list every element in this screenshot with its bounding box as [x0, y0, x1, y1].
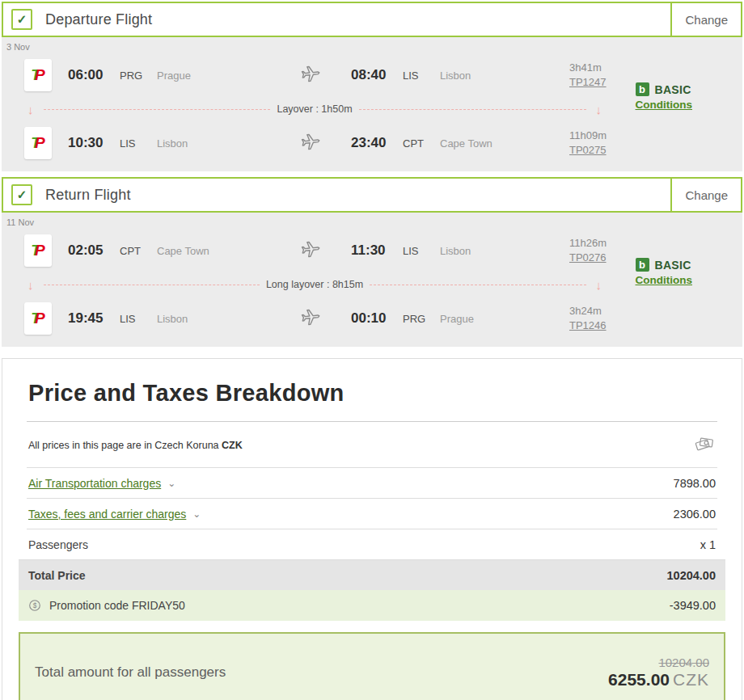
- plane-icon: [286, 63, 335, 87]
- return-leg2-origin: 19:45 LIS Lisbon: [68, 310, 286, 327]
- return-leg1-destination: 11:30 LIS Lisbon: [351, 242, 569, 259]
- taxes-fees-charges-link[interactable]: Taxes, fees and carrier charges: [28, 508, 186, 521]
- tap-airline-logo: TP: [24, 234, 52, 267]
- flight-number-link[interactable]: TP1246: [569, 318, 658, 333]
- departure-body: 3 Nov TP 06:00 PRG Prague 08:40 LIS Lisb…: [2, 37, 742, 171]
- dep-city: Cape Town: [157, 245, 209, 257]
- arr-airport-code: LIS: [403, 245, 440, 257]
- tap-airline-logo: TP: [24, 127, 52, 159]
- dashed-line: [359, 109, 586, 110]
- flight-number-link[interactable]: TP0275: [569, 143, 658, 158]
- fare-name: BASIC: [655, 259, 691, 272]
- price-row-passengers: Passengers x 1: [27, 529, 717, 559]
- passengers-count: x 1: [700, 538, 716, 551]
- dashed-line: [44, 285, 260, 285]
- fare-conditions-link[interactable]: Conditions: [636, 274, 693, 286]
- return-checkbox[interactable]: ✓: [11, 184, 32, 205]
- down-arrow-icon: ↓: [593, 278, 606, 292]
- dep-time: 19:45: [68, 310, 115, 327]
- dep-airport-code: LIS: [120, 137, 157, 150]
- return-change-button[interactable]: Change: [670, 179, 741, 211]
- arr-city: Prague: [440, 313, 474, 325]
- arr-airport-code: PRG: [403, 313, 440, 325]
- arr-city: Cape Town: [440, 137, 492, 150]
- flight-duration: 3h41m: [569, 61, 658, 75]
- departure-leg2-origin: 10:30 LIS Lisbon: [68, 135, 286, 151]
- discount-coin-icon: $: [28, 599, 41, 612]
- plane-icon: [286, 131, 335, 155]
- down-arrow-icon: ↓: [593, 103, 606, 116]
- total-price-value: 10204.00: [667, 569, 716, 582]
- air-transport-value: 7898.00: [674, 477, 716, 490]
- dep-time: 02:05: [68, 242, 115, 259]
- down-arrow-icon: ↓: [24, 278, 37, 292]
- price-breakdown-card: Price and Taxes Breakdown All prices in …: [2, 358, 742, 700]
- departure-leg1-origin: 06:00 PRG Prague: [68, 67, 286, 83]
- departure-leg2-info: 11h09m TP0275: [569, 129, 658, 157]
- promotion-code-label: Promotion code FRIDAY50: [49, 599, 185, 612]
- price-row-taxes: Taxes, fees and carrier charges ⌄ 2306.0…: [27, 498, 717, 529]
- arr-time: 11:30: [351, 242, 398, 259]
- return-fare-badge: b BASIC Conditions: [636, 258, 693, 286]
- currency-note-row: All prices in this page are in Czech Kor…: [27, 421, 717, 467]
- dep-time: 06:00: [68, 67, 115, 83]
- price-row-air-transport: Air Transportation charges ⌄ 7898.00: [27, 467, 717, 498]
- total-amount-values: 10204.00 6255.00CZK: [608, 656, 709, 689]
- arr-time: 00:10: [351, 310, 398, 327]
- dep-airport-code: LIS: [120, 313, 157, 325]
- departure-title: Departure Flight: [45, 11, 152, 28]
- flight-duration: 3h24m: [569, 304, 658, 318]
- total-amount-label: Total amount for all passengers: [35, 664, 226, 681]
- departure-flight-section: ✓ Departure Flight Change 3 Nov TP 06:00…: [2, 2, 742, 171]
- original-total: 10204.00: [608, 656, 709, 669]
- flight-duration: 11h09m: [569, 129, 658, 143]
- departure-date: 3 Nov: [2, 40, 742, 55]
- dep-city: Prague: [157, 70, 191, 82]
- dep-airport-code: CPT: [120, 245, 157, 257]
- basic-fare-icon: b: [636, 82, 649, 96]
- layover-label: Layover : 1h50m: [277, 103, 352, 115]
- chevron-down-icon[interactable]: ⌄: [192, 508, 201, 520]
- arr-airport-code: LIS: [403, 70, 440, 82]
- dep-time: 10:30: [68, 135, 115, 151]
- departure-header: ✓ Departure Flight Change: [2, 2, 742, 37]
- return-date: 11 Nov: [2, 216, 742, 230]
- departure-layover: ↓ Layover : 1h50m ↓: [24, 95, 605, 123]
- return-layover: ↓ Long layover : 8h15m ↓: [24, 271, 605, 298]
- passengers-label: Passengers: [28, 538, 88, 551]
- total-amount-box: Total amount for all passengers 10204.00…: [19, 632, 725, 700]
- down-arrow-icon: ↓: [24, 103, 37, 116]
- return-header: ✓ Return Flight Change: [2, 177, 742, 213]
- check-icon: ✓: [17, 12, 27, 27]
- currency-code: CZK: [222, 440, 243, 451]
- layover-label: Long layover : 8h15m: [266, 279, 363, 290]
- fare-name: BASIC: [655, 83, 691, 96]
- return-leg1-origin: 02:05 CPT Cape Town: [68, 242, 286, 259]
- arr-city: Lisbon: [440, 245, 471, 257]
- air-transport-charges-link[interactable]: Air Transportation charges: [28, 477, 161, 490]
- departure-leg2-destination: 23:40 CPT Cape Town: [351, 135, 569, 151]
- total-currency: CZK: [673, 670, 709, 689]
- arr-time: 08:40: [351, 67, 398, 83]
- fare-conditions-link[interactable]: Conditions: [636, 99, 693, 111]
- basic-fare-icon: b: [636, 258, 649, 272]
- price-breakdown-title: Price and Taxes Breakdown: [27, 375, 717, 421]
- chevron-down-icon[interactable]: ⌄: [167, 478, 175, 489]
- banknotes-icon[interactable]: [693, 433, 716, 458]
- return-leg-2: TP 19:45 LIS Lisbon 00:10 PRG Prague 3h2…: [2, 298, 742, 339]
- dep-airport-code: PRG: [120, 70, 157, 82]
- plane-icon: [286, 238, 335, 263]
- dep-city: Lisbon: [157, 313, 188, 325]
- currency-note: All prices in this page are in Czech Kor…: [28, 440, 243, 451]
- flight-duration: 11h26m: [569, 236, 658, 251]
- departure-checkbox[interactable]: ✓: [11, 9, 32, 30]
- return-leg2-destination: 00:10 PRG Prague: [351, 310, 569, 327]
- return-body: 11 Nov TP 02:05 CPT Cape Town 11:30 LIS …: [2, 213, 742, 347]
- departure-fare-badge: b BASIC Conditions: [636, 82, 693, 111]
- dashed-line: [370, 285, 585, 285]
- dep-city: Lisbon: [157, 137, 188, 150]
- discounted-total: 6255.00CZK: [608, 670, 709, 689]
- arr-time: 23:40: [351, 135, 398, 151]
- check-icon: ✓: [17, 188, 27, 202]
- departure-change-button[interactable]: Change: [670, 3, 741, 36]
